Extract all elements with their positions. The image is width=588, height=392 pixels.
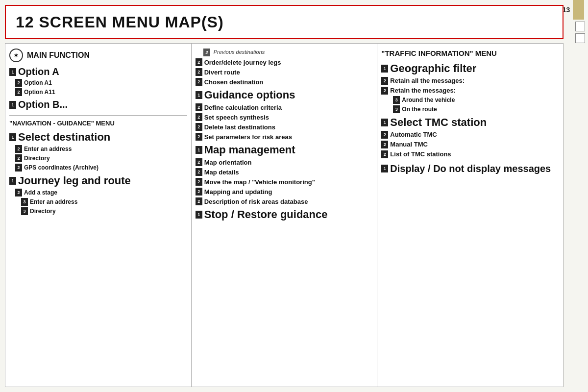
main-function-header: ✶ MAIN FUNCTION: [9, 49, 187, 62]
badge-ss: 2: [196, 113, 202, 121]
page-title: 12 SCREEN MENU MAP(S): [16, 13, 224, 31]
badge-desc: 2: [196, 197, 202, 205]
option-a1-label: Option A1: [24, 79, 52, 86]
prev-destinations-label: Previous destinations: [214, 49, 265, 55]
set-speech-item: 2 Set speech synthesis: [196, 113, 373, 121]
delete-last-label: Delete last destinations: [204, 123, 275, 131]
option-a1-item: 2 Option A1: [15, 79, 187, 87]
title-section: 12 SCREEN MENU MAP(S): [5, 5, 564, 39]
badge-1: 1: [9, 68, 16, 76]
badge-1b: 1: [9, 101, 16, 109]
define-calc-label: Define calculation criteria: [204, 104, 282, 111]
order-delete-item: 2 Order/delete journey legs: [196, 58, 373, 66]
badge-go: 1: [196, 91, 202, 99]
enter-address-label: Enter an address: [24, 146, 72, 152]
badge-cd: 2: [196, 78, 202, 86]
badge-ea: 2: [15, 145, 22, 153]
directory2-label: Directory: [30, 208, 56, 215]
badge-stmc: 1: [381, 119, 388, 126]
badge-gps: 2: [15, 164, 22, 172]
option-b-label: Option B...: [18, 99, 68, 110]
map-management-item: 1 Map management: [196, 144, 373, 156]
retain-msg-label: Retain the messages:: [390, 87, 456, 94]
gps-item: 2 GPS coordinates (Archive): [15, 164, 187, 172]
badge-od: 2: [196, 58, 202, 66]
retain-msg-item: 2 Retain the messages:: [381, 87, 559, 95]
map-orientation-label: Map orientation: [204, 159, 252, 166]
option-a11-label: Option A11: [24, 89, 55, 96]
badge-dir2: 3: [21, 207, 28, 215]
move-map-label: Move the map / "Vehicle monitoring": [204, 178, 315, 186]
list-tmc-item: 2 List of TMC stations: [381, 150, 559, 158]
enter-address2-item: 3 Enter an address: [21, 198, 187, 206]
nav-menu-title: "NAVIGATION - GUIDANCE" MENU: [9, 120, 187, 127]
traffic-title: "TRAFFIC INFORMATION" MENU: [381, 49, 559, 58]
badge-rm: 2: [381, 87, 388, 95]
small-square-1: [575, 22, 585, 31]
badge-ea2: 3: [21, 198, 28, 206]
retain-all-label: Retain all the messages:: [390, 77, 465, 84]
delete-last-item: 2 Delete last destinations: [196, 123, 373, 131]
map-management-label: Map management: [204, 144, 295, 156]
manual-tmc-item: 2 Manual TMC: [381, 141, 559, 148]
badge-disp: 1: [381, 165, 388, 172]
divert-route-label: Divert route: [204, 69, 240, 76]
col-navigation: 3 Previous destinations 2 Order/delete j…: [192, 44, 378, 387]
add-stage-item: 2 Add a stage: [15, 189, 187, 196]
mapping-item: 2 Mapping and updating: [196, 188, 373, 196]
badge-pd: 3: [203, 49, 210, 56]
stop-restore-label: Stop / Restore guidance: [204, 208, 328, 221]
select-destination-item: 1 Select destination: [9, 131, 187, 144]
chosen-dest-item: 2 Chosen destination: [196, 78, 373, 86]
badge-md: 2: [196, 168, 202, 176]
select-destination-label: Select destination: [18, 131, 110, 144]
small-squares-panel: [573, 20, 588, 45]
tan-box: [573, 0, 584, 20]
badge-2b: 2: [15, 88, 22, 96]
on-route-label: On the route: [402, 106, 437, 113]
col1-divider: [9, 115, 187, 116]
badge-sr: 1: [196, 211, 202, 219]
badge-atmc: 2: [381, 131, 388, 139]
option-a-label: Option A: [18, 66, 59, 77]
display-label: Display / Do not display messages: [390, 162, 551, 175]
select-tmc-item: 1 Select TMC station: [381, 116, 559, 129]
stop-restore-item: 1 Stop / Restore guidance: [196, 208, 373, 221]
small-square-2: [575, 33, 585, 43]
journey-item: 1 Journey leg and route: [9, 174, 187, 187]
badge-dl: 2: [196, 123, 202, 131]
badge-map: 2: [196, 188, 202, 196]
around-vehicle-label: Around the vehicle: [402, 97, 455, 103]
badge-as: 2: [15, 189, 22, 196]
auto-tmc-item: 2 Automatic TMC: [381, 131, 559, 139]
chosen-dest-label: Chosen destination: [204, 78, 264, 86]
select-tmc-label: Select TMC station: [390, 116, 487, 129]
badge-mmap: 2: [196, 178, 202, 186]
badge-av: 3: [393, 96, 400, 104]
badge-sp: 2: [196, 133, 202, 141]
star-icon: ✶: [9, 49, 23, 62]
set-params-item: 2 Set parameters for risk areas: [196, 133, 373, 141]
content-area: ✶ MAIN FUNCTION 1 Option A 2 Option A1 2…: [5, 43, 564, 387]
option-b-item: 1 Option B...: [9, 99, 187, 110]
directory-item: 2 Directory: [15, 154, 187, 162]
directory2-item: 3 Directory: [21, 207, 187, 215]
geo-filter-item: 1 Geographic filter: [381, 62, 559, 75]
mapping-label: Mapping and updating: [204, 188, 272, 196]
geo-filter-label: Geographic filter: [390, 62, 476, 75]
col-traffic: "TRAFFIC INFORMATION" MENU 1 Geographic …: [377, 44, 563, 387]
auto-tmc-label: Automatic TMC: [390, 131, 437, 138]
enter-address2-label: Enter an address: [30, 198, 77, 205]
set-speech-label: Set speech synthesis: [204, 114, 269, 121]
on-route-item: 3 On the route: [393, 105, 559, 113]
guidance-options-item: 1 Guidance options: [196, 89, 373, 101]
option-a-item: 1 Option A: [9, 66, 187, 77]
badge-2a: 2: [15, 79, 22, 87]
badge-mo: 2: [196, 158, 202, 166]
badge-dr: 2: [196, 68, 202, 76]
col-main-function: ✶ MAIN FUNCTION 1 Option A 2 Option A1 2…: [5, 44, 192, 387]
move-map-item: 2 Move the map / "Vehicle monitoring": [196, 178, 373, 186]
badge-ltmc: 2: [381, 150, 388, 158]
add-stage-label: Add a stage: [24, 189, 57, 196]
badge-mtmc: 2: [381, 141, 388, 148]
